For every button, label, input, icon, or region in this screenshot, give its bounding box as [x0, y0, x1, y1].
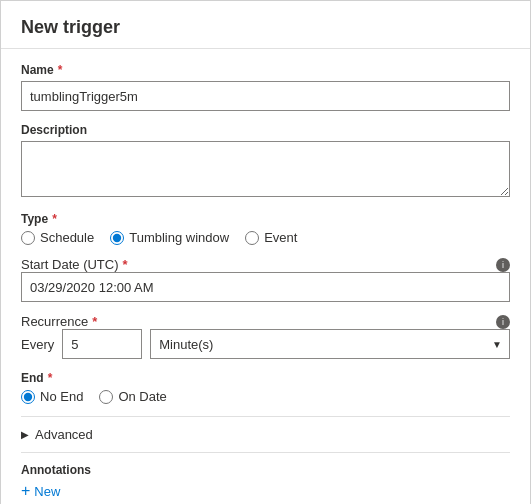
- type-required: *: [52, 212, 57, 226]
- recurrence-unit-select[interactable]: Minute(s) Hour(s) Day(s): [150, 329, 510, 359]
- type-tumbling-label: Tumbling window: [129, 230, 229, 245]
- new-trigger-panel: New trigger Name* Description Type*: [0, 0, 531, 504]
- advanced-row[interactable]: ▶ Advanced: [21, 427, 510, 442]
- start-date-input[interactable]: [21, 272, 510, 302]
- start-date-label-row: Start Date (UTC)* i: [21, 257, 510, 272]
- end-field-group: End* No End On Date: [21, 371, 510, 404]
- description-input[interactable]: [21, 141, 510, 197]
- start-date-field-group: Start Date (UTC)* i: [21, 257, 510, 302]
- recurrence-field-group: Recurrence* i Every Minute(s) Hour(s) Da…: [21, 314, 510, 359]
- type-schedule-radio[interactable]: [21, 231, 35, 245]
- type-event-label: Event: [264, 230, 297, 245]
- plus-icon: +: [21, 483, 30, 499]
- end-on-date-option[interactable]: On Date: [99, 389, 166, 404]
- end-radio-group: No End On Date: [21, 389, 510, 404]
- start-date-label: Start Date (UTC): [21, 257, 119, 272]
- recurrence-info-icon[interactable]: i: [496, 315, 510, 329]
- divider-1: [21, 416, 510, 417]
- recurrence-input-row: Every Minute(s) Hour(s) Day(s) ▼: [21, 329, 510, 359]
- recurrence-unit-wrapper: Minute(s) Hour(s) Day(s) ▼: [150, 329, 510, 359]
- start-date-info-icon[interactable]: i: [496, 258, 510, 272]
- recurrence-value-input[interactable]: [62, 329, 142, 359]
- end-no-end-label: No End: [40, 389, 83, 404]
- start-date-required: *: [123, 257, 128, 272]
- type-schedule-label: Schedule: [40, 230, 94, 245]
- recurrence-required: *: [92, 314, 97, 329]
- end-required: *: [48, 371, 53, 385]
- panel-body: Name* Description Type* Schedule: [1, 49, 530, 504]
- panel-header: New trigger: [1, 1, 530, 49]
- name-field-group: Name*: [21, 63, 510, 111]
- description-label: Description: [21, 123, 510, 137]
- type-tumbling-radio[interactable]: [110, 231, 124, 245]
- end-label: End*: [21, 371, 510, 385]
- panel-title: New trigger: [21, 17, 120, 37]
- end-no-end-radio[interactable]: [21, 390, 35, 404]
- end-no-end-option[interactable]: No End: [21, 389, 83, 404]
- recurrence-label: Recurrence: [21, 314, 88, 329]
- type-tumbling-option[interactable]: Tumbling window: [110, 230, 229, 245]
- advanced-label: Advanced: [35, 427, 93, 442]
- type-label: Type*: [21, 212, 510, 226]
- recurrence-label-row: Recurrence* i: [21, 314, 510, 329]
- annotations-field-group: Annotations + New: [21, 463, 510, 499]
- type-event-radio[interactable]: [245, 231, 259, 245]
- name-label: Name*: [21, 63, 510, 77]
- description-field-group: Description: [21, 123, 510, 200]
- type-field-group: Type* Schedule Tumbling window Event: [21, 212, 510, 245]
- type-radio-group: Schedule Tumbling window Event: [21, 230, 510, 245]
- new-button-label: New: [34, 484, 60, 499]
- annotations-label: Annotations: [21, 463, 510, 477]
- name-required: *: [58, 63, 63, 77]
- advanced-chevron-icon: ▶: [21, 429, 29, 440]
- every-label: Every: [21, 337, 54, 352]
- new-annotation-button[interactable]: + New: [21, 483, 60, 499]
- end-on-date-radio[interactable]: [99, 390, 113, 404]
- divider-2: [21, 452, 510, 453]
- end-on-date-label: On Date: [118, 389, 166, 404]
- type-event-option[interactable]: Event: [245, 230, 297, 245]
- name-input[interactable]: [21, 81, 510, 111]
- type-schedule-option[interactable]: Schedule: [21, 230, 94, 245]
